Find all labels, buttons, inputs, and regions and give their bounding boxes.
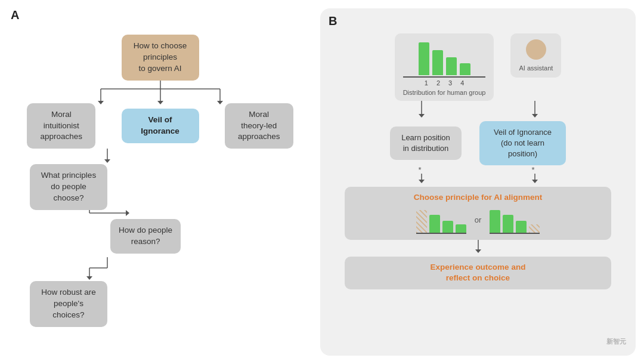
svg-text:*: * — [531, 165, 534, 174]
bar-3 — [446, 57, 457, 75]
b-top-row: 1 2 3 4 Distribution for human group AI … — [330, 33, 626, 101]
green-bar-2 — [429, 215, 440, 233]
veil-ignorance-b-box: Veil of Ignorance(do not learn position) — [479, 121, 566, 166]
sub1-box: What principlesdo people choose? — [30, 164, 107, 210]
svg-marker-26 — [532, 180, 538, 183]
distribution-chart-box: 1 2 3 4 Distribution for human group — [395, 33, 494, 101]
green-bar-4 — [456, 224, 466, 233]
sub1-text: What principlesdo people choose? — [41, 171, 96, 202]
svg-text:*: * — [418, 165, 421, 174]
chart-labels: 1 2 3 4 — [425, 79, 465, 87]
green-bar-3 — [442, 221, 453, 233]
three-boxes-row: Moralintuitionistapproaches Veil of Igno… — [12, 103, 308, 149]
panel-b: B 1 2 3 4 Distribution for human group A… — [320, 8, 636, 356]
svg-marker-9 — [104, 159, 110, 163]
veil-ignorance-text: Veil of Ignorance — [141, 115, 179, 135]
or-label: or — [475, 215, 482, 224]
svg-marker-16 — [86, 276, 92, 280]
b-connector-top — [365, 101, 592, 121]
bar-chart — [419, 39, 470, 75]
sub2-text: How do peoplereason? — [119, 226, 172, 246]
label-2: 2 — [436, 79, 440, 87]
b-connector-mid: * * — [365, 165, 592, 187]
label-4: 4 — [460, 79, 464, 87]
hatch-bar-r4 — [529, 224, 540, 233]
watermark: 新智元 — [606, 337, 626, 346]
ai-assistant-box: AI assistant — [510, 33, 561, 78]
outcome-highlight: outcome — [475, 263, 509, 272]
moral-theory-text: Moraltheory-ledapproaches — [238, 110, 280, 141]
b-connector-bottom — [365, 240, 592, 257]
root-box: How to chooseprinciplesto govern AI — [122, 35, 199, 81]
principle-charts-row: or — [416, 206, 540, 234]
svg-marker-12 — [126, 210, 129, 216]
veil-ignorance-b-text: Veil of Ignorance(do not learn position) — [494, 128, 552, 158]
sub3-box: How robust arepeople's choices? — [30, 281, 107, 327]
alignment-highlight: AI alignment — [494, 193, 542, 202]
sub2-box: How do peoplereason? — [110, 219, 181, 254]
ai-assistant-label: AI assistant — [519, 64, 553, 72]
svg-marker-28 — [475, 249, 481, 253]
hatch-bar-1 — [416, 210, 427, 233]
panel-a-label: A — [11, 8, 19, 22]
label-1: 1 — [425, 79, 428, 87]
sub3-text: How robust arepeople's choices? — [41, 288, 96, 319]
bar-1 — [419, 42, 429, 75]
moral-intuitionist-box: Moralintuitionistapproaches — [27, 103, 95, 149]
principle-chart-right — [490, 206, 540, 234]
svg-marker-18 — [419, 114, 425, 118]
chart-axis — [403, 76, 486, 78]
moral-theory-box: Moraltheory-ledapproaches — [225, 103, 293, 149]
principle-box: Choose principle for AI alignment or — [345, 187, 611, 240]
panel-b-label: B — [329, 14, 337, 28]
green-bar-r1 — [490, 210, 500, 233]
green-bar-r3 — [516, 221, 527, 233]
outcome-box: Experience outcome andreflect on choice — [345, 257, 611, 290]
distribution-caption: Distribution for human group — [403, 89, 486, 96]
learn-position-text: Learn positionin distribution — [401, 133, 450, 153]
connector-root — [65, 81, 256, 103]
panel-a: A How to chooseprinciplesto govern AI — [0, 0, 320, 364]
bar-4 — [460, 63, 470, 75]
outcome-start: Experience — [431, 263, 476, 272]
svg-marker-23 — [419, 180, 425, 183]
ai-circle — [526, 39, 546, 60]
label-3: 3 — [448, 79, 452, 87]
flowchart-a: How to chooseprinciplesto govern AI Mora… — [12, 30, 308, 310]
learn-position-box: Learn positionin distribution — [390, 127, 462, 160]
bar-2 — [432, 50, 443, 75]
moral-intuitionist-text: Moralintuitionistapproaches — [41, 110, 83, 141]
svg-marker-20 — [532, 114, 538, 118]
root-text: How to chooseprinciplesto govern AI — [134, 41, 187, 73]
veil-ignorance-box: Veil of Ignorance — [122, 109, 199, 143]
green-bar-r2 — [503, 215, 513, 233]
principle-chart-left — [416, 206, 466, 234]
principle-title-start: Choose principle for — [414, 193, 494, 202]
principle-title: Choose principle for AI alignment — [414, 193, 543, 202]
b-mid-row: Learn positionin distribution Veil of Ig… — [330, 121, 626, 166]
